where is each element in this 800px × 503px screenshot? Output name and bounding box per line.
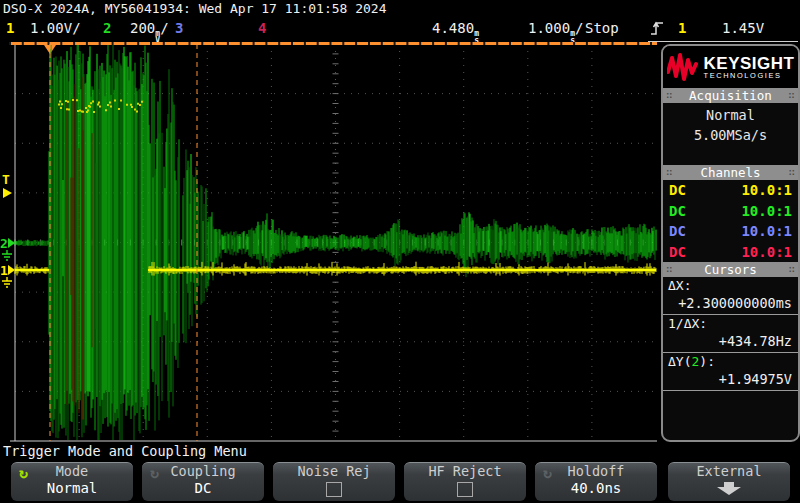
softkey-label: Noise Rej — [273, 463, 395, 480]
dy-value: +1.94975V — [668, 369, 793, 390]
grip-icon: ∷ — [666, 264, 673, 275]
rotate-knob-icon: ↻ — [19, 464, 28, 482]
brand-name: KEYSIGHT — [704, 55, 795, 72]
ch3-probe: 10.0:1 — [741, 223, 792, 239]
down-arrow-icon — [714, 482, 744, 495]
softkey-label: Holdoff — [535, 463, 657, 480]
sample-rate: 5.00MSa/s — [663, 123, 798, 143]
info-sidebar: KEYSIGHT TECHNOLOGIES ∷ Acquisition ∷ No… — [661, 44, 800, 442]
channels-header[interactable]: ∷ Channels ∷ — [663, 165, 798, 180]
waveform-display: T21 — [0, 0, 660, 445]
acquisition-mode: Normal — [663, 103, 798, 123]
keysight-spark-icon — [667, 52, 699, 82]
ch1-probe: 10.0:1 — [741, 182, 792, 198]
grip-icon: ∷ — [666, 167, 673, 178]
grip-icon: ∷ — [788, 90, 795, 101]
svg-text:1: 1 — [0, 263, 8, 278]
grip-icon: ∷ — [788, 167, 795, 178]
softkey-label: Coupling — [142, 463, 264, 480]
softkey-label: Mode — [11, 463, 133, 480]
noise-rej-checkbox[interactable] — [326, 482, 342, 497]
grip-icon: ∷ — [666, 90, 673, 101]
dx-value: +2.300000000ms — [668, 293, 793, 314]
dx-label: ΔX: — [668, 278, 793, 293]
acquisition-block: Normal 5.00MSa/s — [663, 103, 798, 165]
softkey-label: HF Reject — [404, 463, 526, 480]
softkey-label: External — [668, 463, 790, 480]
ch4-probe: 10.0:1 — [741, 244, 792, 260]
softkey-external[interactable]: External — [668, 462, 790, 501]
svg-text:2: 2 — [0, 236, 8, 251]
softkey-value: Normal — [11, 480, 133, 497]
oscilloscope-screen: DSO-X 2024A, MY56041934: Wed Apr 17 11:0… — [0, 0, 800, 503]
softkey-value: 40.0ns — [535, 480, 657, 497]
x1-cursor[interactable] — [49, 44, 52, 441]
ch2-probe: 10.0:1 — [741, 203, 792, 219]
rotate-knob-icon: ↻ — [543, 464, 552, 482]
cursors-header[interactable]: ∷ Cursors ∷ — [663, 262, 798, 277]
grip-icon: ∷ — [788, 264, 795, 275]
trigger-source[interactable]: 1 — [678, 20, 686, 40]
ch2-coupling: DC — [669, 203, 686, 219]
channel-row-1[interactable]: DC 10.0:1 — [663, 180, 798, 201]
channel-row-2[interactable]: DC 10.0:1 — [663, 201, 798, 222]
ch3-coupling: DC — [669, 223, 686, 239]
softkey-mode[interactable]: ↻ Mode Normal — [11, 462, 133, 501]
channel-row-3[interactable]: DC 10.0:1 — [663, 221, 798, 242]
hf-reject-checkbox[interactable] — [457, 482, 473, 497]
softkey-coupling[interactable]: ↻ Coupling DC — [142, 462, 264, 501]
softkey-noise-rej[interactable]: Noise Rej — [273, 462, 395, 501]
softkey-hf-reject[interactable]: HF Reject — [404, 462, 526, 501]
cursor-dx: ΔX: +2.300000000ms — [663, 277, 798, 315]
brand-sub: TECHNOLOGIES — [704, 72, 795, 79]
graticule-and-traces: T21 — [0, 0, 660, 445]
acquisition-header[interactable]: ∷ Acquisition ∷ — [663, 88, 798, 103]
channels-title: Channels — [700, 165, 760, 180]
divider — [648, 41, 798, 42]
cursor-invdx: 1/ΔX: +434.78Hz — [663, 315, 798, 353]
keysight-logo: KEYSIGHT TECHNOLOGIES — [663, 46, 798, 88]
ch1-coupling: DC — [669, 182, 686, 198]
ch4-coupling: DC — [669, 244, 686, 260]
cursor-dy: ΔY(2): +1.94975V — [663, 353, 798, 391]
invdx-value: +434.78Hz — [668, 331, 793, 352]
invdx-label: 1/ΔX: — [668, 316, 793, 331]
acquisition-title: Acquisition — [689, 88, 772, 103]
softkey-holdoff[interactable]: ↻ Holdoff 40.0ns — [535, 462, 657, 501]
softkey-value: DC — [142, 480, 264, 497]
x2-cursor[interactable] — [196, 44, 199, 441]
trigger-level[interactable]: 1.45V — [722, 20, 764, 40]
svg-text:T: T — [2, 172, 10, 187]
rotate-knob-icon: ↻ — [150, 464, 159, 482]
dy-label: ΔY(2): — [668, 354, 793, 369]
channel-row-4[interactable]: DC 10.0:1 — [663, 242, 798, 263]
cursors-title: Cursors — [704, 262, 757, 277]
menu-title: Trigger Mode and Coupling Menu — [3, 443, 247, 459]
